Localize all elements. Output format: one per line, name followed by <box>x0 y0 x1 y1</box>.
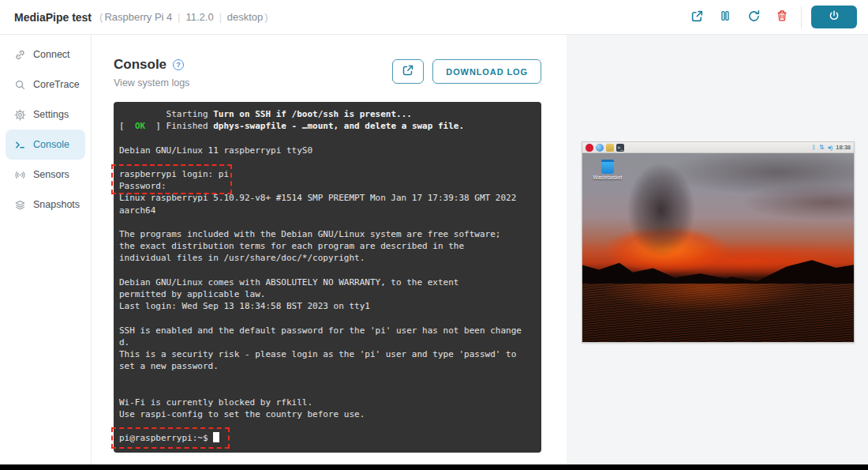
sidebar-item-sensors[interactable]: Sensors <box>0 160 91 190</box>
bluetooth-icon[interactable]: ᛒ <box>812 144 816 152</box>
main-content: Console ? View system logs DOWNLOAD LOG <box>92 35 567 464</box>
sidebar-item-snapshots[interactable]: Snapshots <box>0 190 91 220</box>
page-subtitle: View system logs <box>114 77 189 88</box>
right-panel: >_ ᛒ ⇅ ◂) 18:38 Wastebasket <box>567 35 868 464</box>
bottom-black-bar <box>0 464 868 470</box>
sidebar-item-settings[interactable]: Settings <box>0 100 91 130</box>
sidebar-item-label: CoreTrace <box>33 79 80 90</box>
sidebar-nav: ConnectCoreTraceSettingsConsoleSensorsSn… <box>0 35 92 464</box>
delete-button[interactable] <box>768 6 796 29</box>
wastebasket-desktop-icon[interactable]: Wastebasket <box>590 160 625 180</box>
gear-icon <box>14 109 26 121</box>
open-external-icon <box>690 9 704 25</box>
delete-icon <box>776 9 788 24</box>
system-tray: ᛒ ⇅ ◂) 18:38 <box>812 144 851 152</box>
sidebar-item-console[interactable]: Console <box>6 130 85 160</box>
open-external-icon <box>402 64 414 79</box>
popout-console-button[interactable] <box>392 59 424 84</box>
page-title: Console <box>114 57 166 73</box>
layers-icon <box>14 199 26 211</box>
remote-desktop-view[interactable]: >_ ᛒ ⇅ ◂) 18:38 Wastebasket <box>582 141 855 343</box>
power-icon <box>828 9 840 24</box>
console-terminal[interactable]: Starting Turn on SSH if /boot/ssh is pre… <box>114 102 541 453</box>
network-arrows-icon[interactable]: ⇅ <box>819 144 825 152</box>
wastebasket-label: Wastebasket <box>590 175 625 180</box>
download-log-button[interactable]: DOWNLOAD LOG <box>432 59 541 84</box>
refresh-button[interactable] <box>739 6 768 29</box>
file-manager-icon[interactable] <box>606 144 614 152</box>
header-device-info: (Raspberry Pi 4|11.2.0|desktop) <box>98 11 270 23</box>
desktop-wallpaper: Wastebasket <box>582 153 854 342</box>
water-reflection <box>582 284 854 342</box>
refresh-icon <box>747 9 761 25</box>
terminal-output: Starting Turn on SSH if /boot/ssh is pre… <box>114 102 541 451</box>
open-external-button[interactable] <box>683 6 711 29</box>
desktop-taskbar: >_ ᛒ ⇅ ◂) 18:38 <box>582 142 854 153</box>
link-icon <box>14 49 26 61</box>
app-window: MediaPipe test (Raspberry Pi 4|11.2.0|de… <box>0 0 868 470</box>
sidebar-item-label: Settings <box>33 109 69 120</box>
mountain-silhouette <box>705 255 854 285</box>
sidebar-item-label: Connect <box>33 49 70 60</box>
pause-button[interactable] <box>711 6 739 29</box>
sidebar-item-label: Console <box>33 139 69 150</box>
header-divider <box>801 6 802 28</box>
trash-can-icon <box>601 160 614 174</box>
sidebar-item-label: Snapshots <box>33 199 80 210</box>
pause-icon <box>719 9 731 24</box>
top-bar: MediaPipe test (Raspberry Pi 4|11.2.0|de… <box>0 0 868 35</box>
raspberry-menu-icon[interactable] <box>586 144 593 152</box>
volume-icon[interactable]: ◂) <box>828 144 833 152</box>
power-button[interactable] <box>811 6 857 28</box>
browser-icon[interactable] <box>596 144 604 152</box>
terminal-cursor <box>213 432 219 442</box>
taskbar-clock: 18:38 <box>836 144 851 151</box>
top-actions <box>683 6 857 29</box>
sidebar-item-label: Sensors <box>33 169 69 180</box>
sidebar-item-coretrace[interactable]: CoreTrace <box>0 70 91 100</box>
terminal-app-icon[interactable]: >_ <box>616 144 624 152</box>
help-icon[interactable]: ? <box>173 59 184 70</box>
broadcast-icon <box>14 169 26 181</box>
sidebar-item-connect[interactable]: Connect <box>0 39 91 70</box>
search-icon <box>14 79 26 91</box>
terminal-icon <box>14 139 26 151</box>
session-title: MediaPipe test <box>14 11 92 24</box>
